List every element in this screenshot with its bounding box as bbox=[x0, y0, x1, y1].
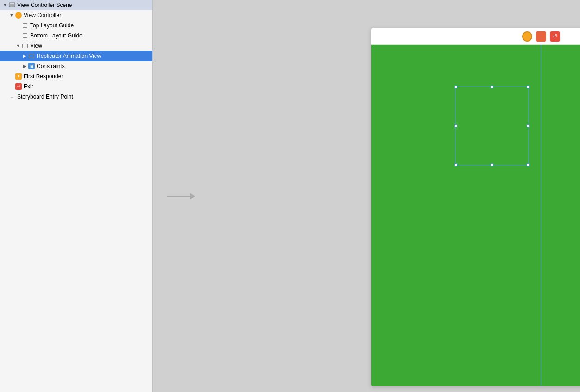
sidebar-item-view[interactable]: View bbox=[0, 41, 152, 51]
handle-top-right[interactable] bbox=[527, 86, 530, 88]
replicator-icon bbox=[28, 52, 35, 60]
scene-label: View Controller Scene bbox=[17, 0, 72, 10]
scene-icon bbox=[8, 1, 16, 9]
sidebar-item-storyboard-entry[interactable]: → Storyboard Entry Point bbox=[0, 92, 152, 102]
toggle-view[interactable] bbox=[15, 43, 21, 49]
center-constraint-line bbox=[541, 45, 541, 386]
main-canvas: ⏎ |||| bbox=[153, 0, 580, 392]
first-responder-icon: F bbox=[15, 73, 22, 80]
replicator-label: Replicator Animation View bbox=[37, 51, 101, 61]
bottom-layout-label: Bottom Layout Guide bbox=[30, 31, 82, 41]
status-bar: ⏎ |||| bbox=[371, 28, 580, 45]
entry-arrow-icon: → bbox=[8, 93, 16, 100]
replicator-selection-box[interactable] bbox=[455, 87, 529, 165]
constraints-icon: ⊞ bbox=[28, 62, 35, 70]
vc-label: View Controller bbox=[24, 10, 61, 20]
green-canvas bbox=[371, 45, 580, 386]
sidebar-item-scene[interactable]: View Controller Scene bbox=[0, 0, 152, 10]
handle-top-center[interactable] bbox=[491, 86, 493, 88]
toggle-constraints[interactable] bbox=[21, 63, 28, 69]
vc-status-icon-orange bbox=[536, 31, 546, 42]
toggle-scene[interactable] bbox=[2, 2, 8, 8]
vc-icon bbox=[15, 12, 22, 19]
constraints-label: Constraints bbox=[37, 61, 65, 71]
handle-bot-left[interactable] bbox=[454, 163, 457, 166]
sidebar: View Controller Scene View Controller To… bbox=[0, 0, 153, 392]
toggle-vc[interactable] bbox=[8, 12, 15, 19]
first-responder-label: First Responder bbox=[24, 71, 63, 81]
sidebar-item-replicator[interactable]: Replicator Animation View bbox=[0, 51, 152, 61]
sidebar-item-first-responder[interactable]: F First Responder bbox=[0, 71, 152, 81]
sidebar-item-bottom-layout[interactable]: Bottom Layout Guide bbox=[0, 31, 152, 41]
view-icon bbox=[21, 42, 29, 50]
view-label: View bbox=[30, 41, 42, 51]
exit-icon: ⏎ bbox=[15, 83, 22, 90]
exit-label: Exit bbox=[24, 81, 33, 92]
sidebar-item-view-controller[interactable]: View Controller bbox=[0, 10, 152, 20]
sidebar-item-exit[interactable]: ⏎ Exit bbox=[0, 81, 152, 92]
storyboard-entry-label: Storyboard Entry Point bbox=[17, 92, 73, 102]
toggle-replicator[interactable] bbox=[21, 53, 28, 59]
sidebar-item-top-layout[interactable]: Top Layout Guide bbox=[0, 20, 152, 31]
handle-top-left[interactable] bbox=[454, 86, 457, 88]
top-layout-label: Top Layout Guide bbox=[30, 20, 74, 31]
handle-mid-left[interactable] bbox=[454, 124, 457, 127]
entry-point-arrow bbox=[167, 196, 195, 197]
svg-rect-1 bbox=[10, 4, 14, 6]
handle-mid-right[interactable] bbox=[527, 124, 530, 127]
handle-bot-center[interactable] bbox=[491, 163, 493, 166]
status-icons: ⏎ bbox=[522, 31, 560, 42]
layout-icon-bottom bbox=[21, 32, 29, 39]
handle-bot-right[interactable] bbox=[527, 163, 530, 166]
layout-icon-top bbox=[21, 22, 29, 29]
vc-status-icon-red: ⏎ bbox=[550, 31, 560, 42]
vc-status-icon-yellow bbox=[522, 31, 532, 42]
view-controller-frame[interactable]: ⏎ |||| bbox=[371, 28, 580, 386]
sidebar-item-constraints[interactable]: ⊞ Constraints bbox=[0, 61, 152, 71]
arrow-line bbox=[167, 196, 195, 197]
